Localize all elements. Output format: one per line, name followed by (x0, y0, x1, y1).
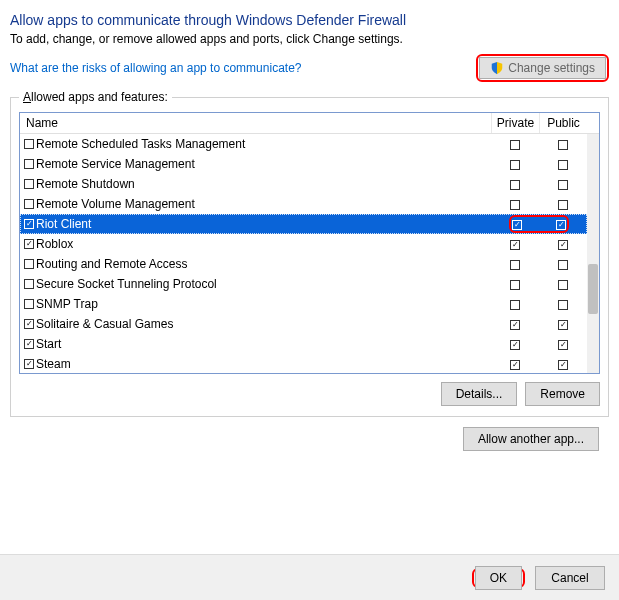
table-row[interactable]: Solitaire & Casual Games (20, 314, 587, 334)
ok-button[interactable]: OK (475, 566, 522, 590)
app-enable-checkbox[interactable] (24, 319, 34, 329)
apps-listbox[interactable]: Name Private Public Remote Scheduled Tas… (19, 112, 600, 374)
scrollbar-thumb[interactable] (588, 264, 598, 314)
app-name-label: Riot Client (36, 217, 91, 231)
col-private-header[interactable]: Private (491, 113, 539, 133)
app-name-label: Routing and Remote Access (36, 257, 187, 271)
highlight-network-checkboxes (509, 215, 569, 233)
shield-icon (490, 61, 504, 75)
private-checkbox[interactable] (510, 160, 520, 170)
page-subtitle: To add, change, or remove allowed apps a… (10, 32, 609, 46)
table-row[interactable]: Steam (20, 354, 587, 373)
risks-link[interactable]: What are the risks of allowing an app to… (10, 61, 301, 75)
table-row[interactable]: Start (20, 334, 587, 354)
table-row[interactable]: SNMP Trap (20, 294, 587, 314)
app-enable-checkbox[interactable] (24, 159, 34, 169)
allowed-apps-group: Allowed apps and features: Name Private … (10, 90, 609, 417)
private-checkbox[interactable] (512, 220, 522, 230)
private-checkbox[interactable] (510, 300, 520, 310)
app-enable-checkbox[interactable] (24, 179, 34, 189)
dialog-footer: OK Cancel (0, 554, 619, 600)
page-title: Allow apps to communicate through Window… (10, 12, 609, 28)
public-checkbox[interactable] (558, 160, 568, 170)
private-checkbox[interactable] (510, 240, 520, 250)
public-checkbox[interactable] (558, 280, 568, 290)
public-checkbox[interactable] (558, 320, 568, 330)
highlight-change-settings: Change settings (476, 54, 609, 82)
group-legend: Allowed apps and features: (19, 90, 172, 104)
app-enable-checkbox[interactable] (24, 279, 34, 289)
table-row[interactable]: Roblox (20, 234, 587, 254)
list-header: Name Private Public (20, 113, 599, 134)
app-name-label: Roblox (36, 237, 73, 251)
cancel-button[interactable]: Cancel (535, 566, 605, 590)
app-name-label: SNMP Trap (36, 297, 98, 311)
details-button[interactable]: Details... (441, 382, 518, 406)
col-public-header[interactable]: Public (539, 113, 587, 133)
table-row[interactable]: Remote Scheduled Tasks Management (20, 134, 587, 154)
private-checkbox[interactable] (510, 320, 520, 330)
change-settings-button[interactable]: Change settings (479, 57, 606, 79)
app-enable-checkbox[interactable] (24, 219, 34, 229)
public-checkbox[interactable] (556, 220, 566, 230)
private-checkbox[interactable] (510, 200, 520, 210)
app-name-label: Solitaire & Casual Games (36, 317, 173, 331)
public-checkbox[interactable] (558, 340, 568, 350)
app-enable-checkbox[interactable] (24, 339, 34, 349)
public-checkbox[interactable] (558, 240, 568, 250)
app-enable-checkbox[interactable] (24, 299, 34, 309)
table-row[interactable]: Riot Client (20, 214, 587, 234)
app-name-label: Remote Service Management (36, 157, 195, 171)
private-checkbox[interactable] (510, 180, 520, 190)
highlight-ok: OK (472, 568, 525, 588)
table-row[interactable]: Remote Service Management (20, 154, 587, 174)
public-checkbox[interactable] (558, 260, 568, 270)
private-checkbox[interactable] (510, 140, 520, 150)
app-name-label: Secure Socket Tunneling Protocol (36, 277, 217, 291)
public-checkbox[interactable] (558, 360, 568, 370)
app-name-label: Remote Shutdown (36, 177, 135, 191)
private-checkbox[interactable] (510, 260, 520, 270)
app-name-label: Remote Scheduled Tasks Management (36, 137, 245, 151)
app-enable-checkbox[interactable] (24, 199, 34, 209)
app-name-label: Start (36, 337, 61, 351)
table-row[interactable]: Secure Socket Tunneling Protocol (20, 274, 587, 294)
private-checkbox[interactable] (510, 280, 520, 290)
scrollbar[interactable] (587, 134, 599, 373)
private-checkbox[interactable] (510, 340, 520, 350)
app-name-label: Remote Volume Management (36, 197, 195, 211)
app-enable-checkbox[interactable] (24, 239, 34, 249)
public-checkbox[interactable] (558, 140, 568, 150)
app-enable-checkbox[interactable] (24, 359, 34, 369)
public-checkbox[interactable] (558, 200, 568, 210)
app-name-label: Steam (36, 357, 71, 371)
col-name-header[interactable]: Name (20, 113, 491, 133)
table-row[interactable]: Routing and Remote Access (20, 254, 587, 274)
app-enable-checkbox[interactable] (24, 259, 34, 269)
app-enable-checkbox[interactable] (24, 139, 34, 149)
table-row[interactable]: Remote Volume Management (20, 194, 587, 214)
public-checkbox[interactable] (558, 180, 568, 190)
private-checkbox[interactable] (510, 360, 520, 370)
remove-button[interactable]: Remove (525, 382, 600, 406)
change-settings-label: Change settings (508, 61, 595, 75)
public-checkbox[interactable] (558, 300, 568, 310)
allow-another-app-button[interactable]: Allow another app... (463, 427, 599, 451)
table-row[interactable]: Remote Shutdown (20, 174, 587, 194)
